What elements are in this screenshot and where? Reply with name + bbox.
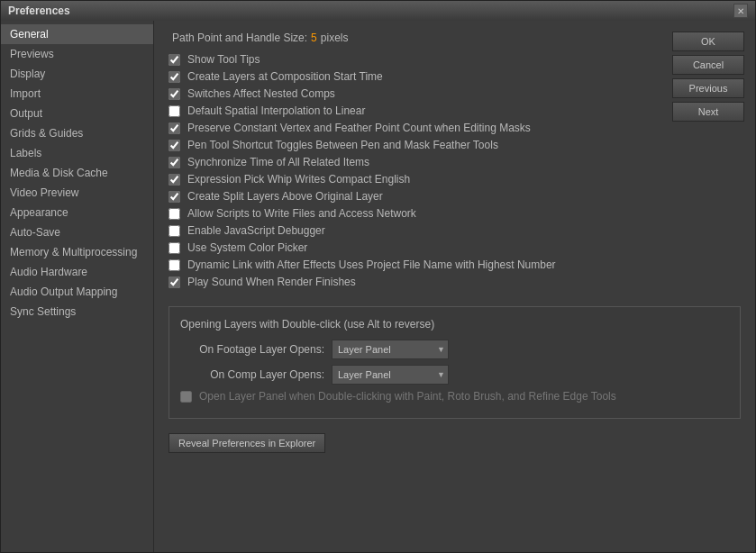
- opening-layers-section: Opening Layers with Double-click (use Al…: [169, 306, 741, 419]
- checkbox-allow_scripts[interactable]: [169, 208, 180, 220]
- comp-label: On Comp Layer Opens:: [180, 368, 324, 381]
- checkbox-item-default_spatial: Default Spatial Interpolation to Linear: [169, 104, 741, 117]
- sidebar-item-previews[interactable]: Previews: [1, 44, 153, 64]
- checkboxes-container: Show Tool TipsCreate Layers at Compositi…: [169, 53, 741, 288]
- checkbox-label-show_tool_tips: Show Tool Tips: [187, 53, 260, 66]
- sidebar-item-sync-settings[interactable]: Sync Settings: [1, 302, 153, 322]
- checkbox-item-show_tool_tips: Show Tool Tips: [169, 53, 741, 66]
- checkbox-label-preserve_constant: Preserve Constant Vertex and Feather Poi…: [187, 122, 531, 134]
- checkbox-item-expression_pick: Expression Pick Whip Writes Compact Engl…: [169, 173, 741, 186]
- path-point-label: Path Point and Handle Size:: [172, 32, 307, 44]
- checkbox-label-default_spatial: Default Spatial Interpolation to Linear: [187, 104, 365, 117]
- sidebar-item-memory---multiprocessing[interactable]: Memory & Multiprocessing: [1, 242, 153, 262]
- content-area: GeneralPreviewsDisplayImportOutputGrids …: [1, 21, 755, 552]
- comp-layer-select[interactable]: Layer PanelComp PanelFlowchart Panel: [332, 365, 449, 385]
- sidebar-item-grids---guides[interactable]: Grids & Guides: [1, 123, 153, 143]
- checkbox-item-play_sound: Play Sound When Render Finishes: [169, 276, 741, 288]
- reveal-btn-container: Reveal Preferences in Explorer: [169, 419, 741, 453]
- window-title: Preferences: [8, 5, 70, 17]
- checkbox-label-enable_js: Enable JavaScript Debugger: [187, 224, 325, 237]
- checkbox-item-switches_affect: Switches Affect Nested Comps: [169, 87, 741, 100]
- checkbox-label-create_layers: Create Layers at Composition Start Time: [187, 70, 383, 83]
- checkbox-synchronize_time[interactable]: [169, 157, 180, 168]
- checkbox-create_split[interactable]: [169, 191, 180, 203]
- sidebar-item-audio-output-mapping[interactable]: Audio Output Mapping: [1, 282, 153, 302]
- checkbox-item-preserve_constant: Preserve Constant Vertex and Feather Poi…: [169, 122, 741, 134]
- checkbox-item-allow_scripts: Allow Scripts to Write Files and Access …: [169, 207, 741, 220]
- title-bar: Preferences ✕: [1, 1, 755, 21]
- checkbox-label-switches_affect: Switches Affect Nested Comps: [187, 87, 335, 100]
- checkbox-item-create_split: Create Split Layers Above Original Layer: [169, 190, 741, 203]
- sidebar-item-media---disk-cache[interactable]: Media & Disk Cache: [1, 163, 153, 183]
- path-point-value: 5: [311, 32, 317, 44]
- preferences-window: Preferences ✕ GeneralPreviewsDisplayImpo…: [0, 0, 756, 553]
- footage-select-wrapper: Layer PanelComp PanelFlowchart Panel: [332, 340, 449, 359]
- open-layer-panel-checkbox[interactable]: [180, 391, 192, 403]
- next-button[interactable]: Next: [672, 102, 744, 122]
- checkbox-label-expression_pick: Expression Pick Whip Writes Compact Engl…: [187, 173, 410, 186]
- checkbox-item-use_system_color: Use System Color Picker: [169, 241, 741, 254]
- checkbox-pen_tool[interactable]: [169, 140, 180, 151]
- right-buttons: OK Cancel Previous Next: [672, 32, 744, 122]
- checkbox-label-pen_tool: Pen Tool Shortcut Toggles Between Pen an…: [187, 139, 498, 151]
- checkbox-item-synchronize_time: Synchronize Time of All Related Items: [169, 156, 741, 168]
- sidebar-item-general[interactable]: General: [1, 24, 153, 44]
- footage-label: On Footage Layer Opens:: [180, 343, 324, 356]
- checkbox-switches_affect[interactable]: [169, 88, 180, 100]
- footage-layer-select[interactable]: Layer PanelComp PanelFlowchart Panel: [332, 340, 449, 359]
- checkbox-item-create_layers: Create Layers at Composition Start Time: [169, 70, 741, 83]
- checkbox-label-create_split: Create Split Layers Above Original Layer: [187, 190, 383, 203]
- path-point-row: Path Point and Handle Size: 5 pixels: [172, 32, 741, 44]
- checkbox-label-dynamic_link: Dynamic Link with After Effects Uses Pro…: [187, 258, 556, 271]
- close-button[interactable]: ✕: [733, 4, 748, 18]
- reveal-preferences-button[interactable]: Reveal Preferences in Explorer: [169, 433, 325, 453]
- checkbox-show_tool_tips[interactable]: [169, 54, 180, 66]
- checkbox-label-use_system_color: Use System Color Picker: [187, 241, 307, 254]
- section-title: Opening Layers with Double-click (use Al…: [180, 318, 729, 331]
- previous-button[interactable]: Previous: [672, 78, 744, 98]
- checkbox-preserve_constant[interactable]: [169, 122, 180, 134]
- checkbox-expression_pick[interactable]: [169, 174, 180, 186]
- sidebar-item-audio-hardware[interactable]: Audio Hardware: [1, 262, 153, 282]
- ok-button[interactable]: OK: [672, 32, 744, 51]
- checkbox-enable_js[interactable]: [169, 225, 180, 237]
- sidebar-item-import[interactable]: Import: [1, 84, 153, 104]
- sidebar: GeneralPreviewsDisplayImportOutputGrids …: [1, 21, 154, 552]
- main-content: OK Cancel Previous Next Path Point and H…: [154, 21, 755, 552]
- sidebar-item-display[interactable]: Display: [1, 64, 153, 84]
- sidebar-item-labels[interactable]: Labels: [1, 143, 153, 163]
- checkbox-play_sound[interactable]: [169, 276, 180, 288]
- checkbox-item-enable_js: Enable JavaScript Debugger: [169, 224, 741, 237]
- checkbox-item-dynamic_link: Dynamic Link with After Effects Uses Pro…: [169, 258, 741, 271]
- comp-layer-row: On Comp Layer Opens: Layer PanelComp Pan…: [180, 365, 729, 385]
- footage-layer-row: On Footage Layer Opens: Layer PanelComp …: [180, 340, 729, 359]
- checkbox-create_layers[interactable]: [169, 71, 180, 83]
- sidebar-item-appearance[interactable]: Appearance: [1, 203, 153, 222]
- path-point-unit: pixels: [321, 32, 349, 44]
- checkbox-default_spatial[interactable]: [169, 105, 180, 117]
- sidebar-item-auto-save[interactable]: Auto-Save: [1, 222, 153, 242]
- checkbox-label-synchronize_time: Synchronize Time of All Related Items: [187, 156, 369, 168]
- sidebar-item-output[interactable]: Output: [1, 104, 153, 123]
- checkbox-label-allow_scripts: Allow Scripts to Write Files and Access …: [187, 207, 416, 220]
- open-layer-panel-item: Open Layer Panel when Double-clicking wi…: [180, 390, 729, 403]
- checkbox-dynamic_link[interactable]: [169, 259, 180, 271]
- open-layer-panel-label: Open Layer Panel when Double-clicking wi…: [199, 390, 616, 403]
- checkbox-item-pen_tool: Pen Tool Shortcut Toggles Between Pen an…: [169, 139, 741, 151]
- comp-select-wrapper: Layer PanelComp PanelFlowchart Panel: [332, 365, 449, 385]
- cancel-button[interactable]: Cancel: [672, 55, 744, 75]
- checkbox-label-play_sound: Play Sound When Render Finishes: [187, 276, 356, 288]
- checkbox-use_system_color[interactable]: [169, 242, 180, 254]
- sidebar-item-video-preview[interactable]: Video Preview: [1, 183, 153, 203]
